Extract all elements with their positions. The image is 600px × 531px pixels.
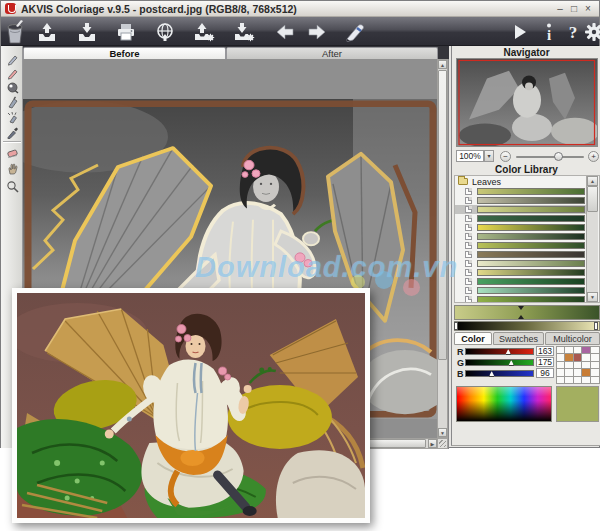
gradient-preview[interactable] <box>454 305 600 320</box>
maximize-button[interactable]: □ <box>567 2 581 15</box>
load-settings-icon[interactable] <box>191 19 217 44</box>
eraser-tool[interactable] <box>4 145 20 159</box>
svg-text:?: ? <box>569 23 578 42</box>
gradient-item[interactable] <box>455 250 587 259</box>
magic-tube-tool[interactable] <box>4 110 20 124</box>
scroll-up-icon[interactable]: ▲ <box>438 60 447 69</box>
gradient-strip <box>477 296 585 303</box>
vertical-scrollbar[interactable]: ▲ ▼ <box>437 59 448 438</box>
gradient-marker-top[interactable] <box>518 306 524 310</box>
preferences-gear-icon[interactable] <box>581 19 600 44</box>
eyedropper-tool[interactable] <box>4 125 20 139</box>
scroll-down-icon[interactable]: ▼ <box>438 428 447 437</box>
gradient-file-icon <box>465 269 472 276</box>
gradient-item[interactable] <box>455 205 587 214</box>
paint-bucket-icon[interactable] <box>2 19 28 44</box>
library-folder-row[interactable]: Leaves <box>455 176 587 187</box>
akvis-logo-icon <box>5 3 16 14</box>
resize-grip[interactable] <box>437 438 448 449</box>
gradient-file-icon <box>465 260 472 267</box>
publish-web-icon[interactable] <box>152 19 178 44</box>
gradient-item[interactable] <box>455 223 587 232</box>
gradient-item[interactable] <box>455 277 587 286</box>
hand-tool[interactable] <box>4 161 20 175</box>
gradient-strip <box>477 242 585 249</box>
run-icon[interactable] <box>506 19 532 44</box>
gradient-item[interactable] <box>455 196 587 205</box>
library-scroll-up-icon[interactable]: ▲ <box>587 176 598 186</box>
library-scroll-thumb[interactable] <box>587 186 598 212</box>
print-icon[interactable] <box>113 19 139 44</box>
gradient-file-icon <box>465 287 472 294</box>
pencil-tool[interactable] <box>4 52 20 66</box>
undo-icon[interactable] <box>272 19 298 44</box>
navigator-thumbnail[interactable] <box>456 58 598 147</box>
recolor-brush-tool[interactable] <box>4 80 20 94</box>
redo-icon[interactable] <box>304 19 330 44</box>
titlebar[interactable]: AKVIS Coloriage v.9.5 - postcard.jpg (RG… <box>1 1 599 17</box>
gradient-marker-bottom[interactable] <box>518 315 524 319</box>
library-scrollbar[interactable]: ▲ ▼ <box>586 176 598 302</box>
tab-after[interactable]: After <box>226 47 438 59</box>
gradient-strip <box>477 197 585 204</box>
watermark-dot-pink <box>403 279 420 296</box>
gradient-item[interactable] <box>455 286 587 295</box>
zoom-in-button[interactable]: + <box>588 151 599 162</box>
tab-color[interactable]: Color <box>454 332 492 345</box>
zoom-tool[interactable] <box>4 179 20 193</box>
red-value-field[interactable]: 163 <box>536 346 554 356</box>
navigator-title: Navigator <box>452 47 600 58</box>
zoom-slider-handle[interactable] <box>554 152 563 161</box>
gradient-file-icon <box>465 197 472 204</box>
about-icon[interactable]: i <box>536 19 562 44</box>
zoom-slider-track[interactable] <box>516 156 584 158</box>
zoom-value-field[interactable]: 100% <box>456 150 484 162</box>
green-value-field[interactable]: 175 <box>536 357 554 367</box>
ramp-handle-right[interactable] <box>594 322 598 330</box>
blue-value-field[interactable]: 96 <box>536 368 554 378</box>
gradient-item[interactable] <box>455 214 587 223</box>
ramp-handle-left[interactable] <box>454 322 458 330</box>
value-ramp[interactable] <box>454 321 600 331</box>
recent-swatches-grid <box>556 346 599 384</box>
gradient-file-icon <box>465 233 472 240</box>
gradient-item[interactable] <box>455 268 587 277</box>
blue-slider-track[interactable] <box>465 370 534 377</box>
current-color-swatch[interactable] <box>556 386 599 422</box>
swatch-cell[interactable] <box>590 376 600 385</box>
minimize-button[interactable]: – <box>553 2 567 15</box>
close-button[interactable]: × <box>581 2 595 15</box>
red-slider-track[interactable] <box>465 348 534 355</box>
gradient-item[interactable] <box>455 241 587 250</box>
gradient-file-icon <box>465 278 472 285</box>
gradient-file-icon <box>465 296 472 303</box>
zoom-out-button[interactable]: − <box>500 151 511 162</box>
view-tabs: Before After <box>23 46 449 59</box>
save-image-icon[interactable] <box>74 19 100 44</box>
gradient-strip <box>477 233 585 240</box>
gradient-file-icon <box>465 242 472 249</box>
tube-tool[interactable] <box>4 95 20 109</box>
vscroll-thumb[interactable] <box>438 70 447 360</box>
scroll-right-icon[interactable]: ▶ <box>428 439 437 448</box>
zoom-dropdown-icon[interactable]: ▾ <box>484 150 494 162</box>
gradient-item[interactable] <box>455 187 587 196</box>
rainbow-color-picker[interactable] <box>456 386 552 422</box>
open-image-icon[interactable] <box>34 19 60 44</box>
channel-label: B <box>457 369 464 379</box>
green-slider-track[interactable] <box>465 359 534 366</box>
gradient-item[interactable] <box>455 259 587 268</box>
postprocess-pen-icon[interactable] <box>343 19 369 44</box>
window-title: AKVIS Coloriage v.9.5 - postcard.jpg (RG… <box>21 3 297 15</box>
folder-icon <box>458 178 468 185</box>
tab-multicolor[interactable]: Multicolor <box>545 332 600 345</box>
gradient-strip <box>477 224 585 231</box>
save-settings-icon[interactable] <box>231 19 257 44</box>
keep-color-pencil-tool[interactable] <box>4 66 20 80</box>
gradient-item[interactable] <box>455 295 587 303</box>
gradient-item[interactable] <box>455 232 587 241</box>
tab-swatches[interactable]: Swatches <box>493 332 544 345</box>
tab-before[interactable]: Before <box>23 47 226 59</box>
tool-divider <box>3 141 21 142</box>
library-scroll-down-icon[interactable]: ▼ <box>587 292 598 302</box>
